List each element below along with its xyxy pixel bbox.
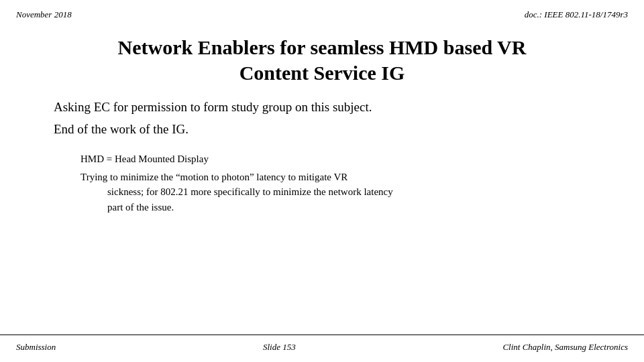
slide-title: Network Enablers for seamless HMD based … (54, 35, 590, 85)
main-content: Network Enablers for seamless HMD based … (0, 24, 644, 335)
bullet-2-line3: part of the issue. (80, 200, 590, 215)
title-line2: Content Service IG (54, 60, 590, 86)
footer-left: Submission (16, 342, 56, 353)
bullet-2-line2: sickness; for 802.21 more specifically t… (80, 184, 590, 200)
header-date: November 2018 (16, 9, 72, 20)
header-doc-id: doc.: IEEE 802.11-18/1749r3 (525, 9, 628, 20)
header: November 2018 doc.: IEEE 802.11-18/1749r… (0, 0, 644, 24)
slide: November 2018 doc.: IEEE 802.11-18/1749r… (0, 0, 644, 362)
footer-center: Slide 153 (263, 342, 296, 353)
footer-right: Clint Chaplin, Samsung Electronics (502, 342, 628, 353)
body-line1: Asking EC for permission to form study g… (54, 99, 590, 117)
footer: Submission Slide 153 Clint Chaplin, Sams… (0, 335, 644, 362)
title-line1: Network Enablers for seamless HMD based … (54, 35, 590, 60)
bullet-2-line1: Trying to minimize the “motion to photon… (80, 170, 590, 185)
bullet-2: Trying to minimize the “motion to photon… (80, 170, 590, 215)
indented-bullets: HMD = Head Mounted Display Trying to min… (54, 152, 590, 215)
body-line2: End of the work of the IG. (54, 121, 590, 139)
bullet-1: HMD = Head Mounted Display (80, 152, 590, 167)
